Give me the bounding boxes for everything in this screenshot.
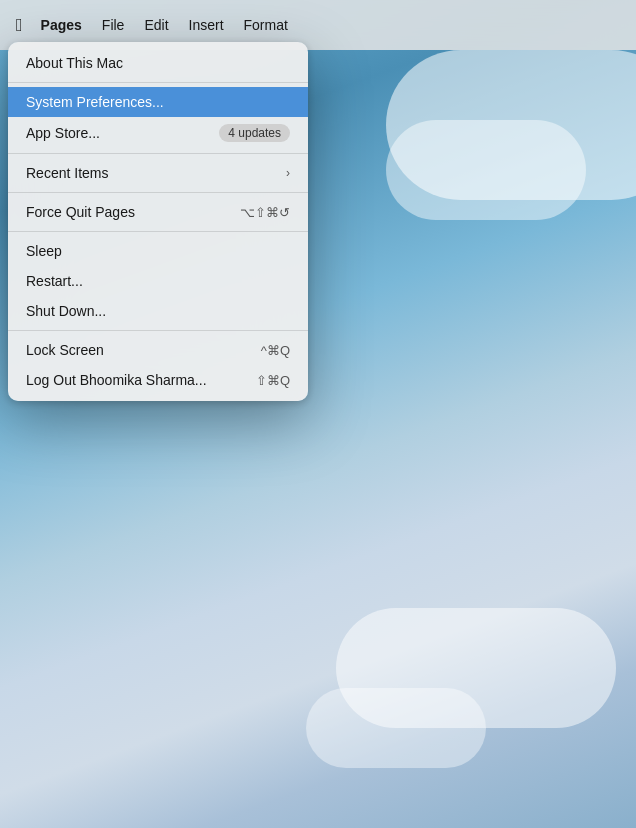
menu-item-sleep-label: Sleep [26, 243, 290, 259]
menu-item-force-quit-label: Force Quit Pages [26, 204, 240, 220]
menu-item-sleep[interactable]: Sleep [8, 236, 308, 266]
menu-item-about[interactable]: About This Mac [8, 48, 308, 78]
separator-1 [8, 82, 308, 83]
separator-5 [8, 330, 308, 331]
menu-item-app-store[interactable]: App Store... 4 updates [8, 117, 308, 149]
lock-screen-shortcut: ^⌘Q [261, 343, 290, 358]
apple-dropdown-menu: About This Mac System Preferences... App… [8, 42, 308, 401]
menubar-format[interactable]: Format [234, 13, 298, 37]
menu-item-system-prefs[interactable]: System Preferences... [8, 87, 308, 117]
menubar-pages[interactable]: Pages [31, 13, 92, 37]
separator-2 [8, 153, 308, 154]
menu-item-restart-label: Restart... [26, 273, 290, 289]
menu-item-force-quit[interactable]: Force Quit Pages ⌥⇧⌘↺ [8, 197, 308, 227]
app-store-badge: 4 updates [219, 124, 290, 142]
menubar-insert[interactable]: Insert [179, 13, 234, 37]
menu-item-restart[interactable]: Restart... [8, 266, 308, 296]
force-quit-shortcut: ⌥⇧⌘↺ [240, 205, 290, 220]
menu-item-system-prefs-label: System Preferences... [26, 94, 290, 110]
menu-item-lock-screen[interactable]: Lock Screen ^⌘Q [8, 335, 308, 365]
menubar-edit[interactable]: Edit [134, 13, 178, 37]
chevron-right-icon: › [286, 166, 290, 180]
menu-item-shutdown-label: Shut Down... [26, 303, 290, 319]
separator-3 [8, 192, 308, 193]
menu-item-logout[interactable]: Log Out Bhoomika Sharma... ⇧⌘Q [8, 365, 308, 395]
apple-menu-button[interactable]:  [8, 11, 31, 40]
menu-item-shutdown[interactable]: Shut Down... [8, 296, 308, 326]
logout-shortcut: ⇧⌘Q [256, 373, 290, 388]
menu-item-lock-screen-label: Lock Screen [26, 342, 261, 358]
menu-item-about-label: About This Mac [26, 55, 290, 71]
menu-item-recent-items[interactable]: Recent Items › [8, 158, 308, 188]
menu-item-app-store-label: App Store... [26, 125, 219, 141]
separator-4 [8, 231, 308, 232]
menu-item-recent-items-label: Recent Items [26, 165, 286, 181]
menubar-file[interactable]: File [92, 13, 135, 37]
menu-item-logout-label: Log Out Bhoomika Sharma... [26, 372, 256, 388]
